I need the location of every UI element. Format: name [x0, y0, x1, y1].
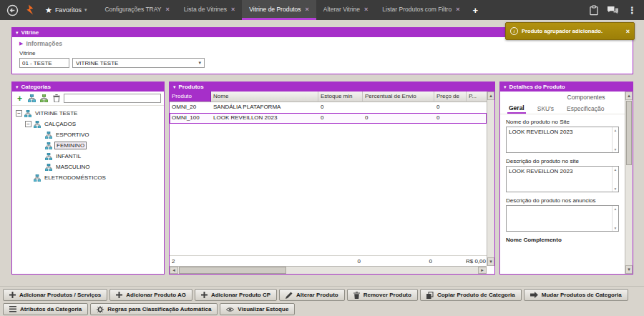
delete-category-icon[interactable]: [52, 94, 61, 103]
scroll-down-icon[interactable]: ▾: [487, 257, 494, 266]
nome-produto-site-textarea[interactable]: LOOK REVEILLON 2023: [507, 127, 618, 152]
tree-item-esportivo[interactable]: ESPORTIVO: [14, 129, 162, 140]
scroll-right-icon[interactable]: ▸: [478, 267, 487, 274]
tab-listar-produtos-com-filtro[interactable]: Listar Produtos com Filtro ×: [375, 0, 467, 20]
pencil-icon: [286, 292, 293, 299]
scroll-left-icon[interactable]: ◂: [170, 267, 178, 274]
tree-item-masculino[interactable]: MASCULINO: [14, 162, 162, 172]
tab-lista-de-vitrines[interactable]: Lista de Vitrines ×: [177, 0, 243, 20]
tab-geral[interactable]: Geral: [507, 104, 526, 114]
move-products-category-button[interactable]: Mudar Produtos de Categoria: [524, 289, 628, 301]
textarea-scrollbar[interactable]: ▴▾: [612, 206, 618, 231]
tab-label: Alterar Vitrine: [323, 6, 360, 13]
tab-configuracoes-tray[interactable]: Configurações TRAY ×: [97, 0, 176, 20]
textarea-scrollbar[interactable]: ▴▾: [612, 167, 618, 192]
products-horizontal-scrollbar[interactable]: ◂ ▸: [170, 266, 487, 274]
button-label: Adicionar Produto AG: [126, 292, 186, 298]
cell-produto: OMNI_100: [170, 113, 211, 124]
edit-product-button[interactable]: Alterar Produto: [279, 289, 345, 301]
collapse-toggle-icon[interactable]: −: [25, 121, 31, 127]
close-icon[interactable]: ×: [305, 6, 308, 13]
scroll-down-icon[interactable]: ▾: [615, 187, 617, 191]
add-category-icon[interactable]: +: [15, 94, 24, 103]
copy-product-category-button[interactable]: Copiar Produto de Categoria: [420, 289, 522, 301]
tab-alterar-vitrine[interactable]: Alterar Vitrine ×: [316, 0, 376, 20]
tree-item-calcados[interactable]: − CALÇADOS: [14, 119, 162, 129]
scroll-up-icon[interactable]: ▴: [615, 207, 617, 211]
scroll-up-icon[interactable]: ▴: [625, 92, 633, 100]
details-panel-header[interactable]: ▾ Detalhes do Produto: [500, 82, 633, 92]
category-tree-icon[interactable]: [27, 94, 36, 103]
remove-product-button[interactable]: Remover Produto: [347, 289, 418, 301]
tab-especificacao[interactable]: Especificação: [565, 104, 605, 113]
column-header-produto[interactable]: Produto: [170, 92, 211, 102]
view-stock-button[interactable]: Visualizar Estoque: [220, 303, 295, 315]
close-icon[interactable]: ×: [456, 6, 459, 13]
kebab-menu-icon[interactable]: ⋮: [628, 5, 637, 16]
table-row-selected[interactable]: OMNI_100 LOOK REVEILLON 2023 0 0 0: [170, 113, 487, 124]
scrollbar-thumb[interactable]: [626, 101, 632, 165]
scroll-down-icon[interactable]: ▾: [615, 226, 617, 230]
scroll-up-icon[interactable]: ▴: [615, 167, 617, 172]
categories-toolbar: +: [12, 92, 164, 106]
close-icon[interactable]: ×: [231, 6, 235, 13]
toast-close-icon[interactable]: ×: [626, 28, 630, 35]
clipboard-icon[interactable]: [590, 5, 598, 16]
details-vertical-scrollbar[interactable]: ▴ ▾: [625, 92, 633, 274]
add-product-ag-button[interactable]: Adicionar Produto AG: [109, 289, 192, 301]
close-icon[interactable]: ×: [165, 6, 169, 13]
vitrine-name-select[interactable]: VITRINE TESTE ▾: [72, 58, 205, 68]
column-header-preco-de[interactable]: Preço de: [434, 92, 467, 102]
scrollbar-track[interactable]: [287, 267, 478, 274]
cell-percentual: 0: [363, 113, 434, 124]
tree-item-infantil[interactable]: INFANTIL: [14, 151, 162, 162]
scroll-up-icon[interactable]: ▴: [615, 128, 617, 132]
add-products-services-button[interactable]: Adicionar Produtos / Serviços: [3, 289, 107, 301]
table-summary-row: 2 0 0 R$ 0,00: [170, 255, 487, 266]
column-header-nome[interactable]: Nome: [211, 92, 318, 102]
tree-item-eletrodomesticos[interactable]: ELETRODOMÉSTICOS: [14, 172, 162, 183]
auto-classification-rules-button[interactable]: Regras para Classificação Automática: [90, 303, 218, 315]
informacoes-section-toggle[interactable]: ▶ Informações: [19, 40, 625, 47]
new-tab-button[interactable]: +: [467, 0, 484, 20]
tree-item-feminino[interactable]: FEMININO: [14, 140, 162, 151]
favorites-menu[interactable]: ★ Favoritos ▾: [41, 6, 91, 15]
tab-componentes[interactable]: Componentes: [566, 93, 607, 102]
vitrine-code-input[interactable]: [19, 58, 69, 68]
descricao-produto-anuncios-textarea[interactable]: [507, 206, 618, 231]
cell-estoque-min: 0: [318, 113, 363, 124]
category-attributes-button[interactable]: Atributos da Categoria: [3, 303, 88, 315]
scroll-up-icon[interactable]: ▴: [487, 92, 494, 100]
column-header-estoque-min[interactable]: Estoque min: [318, 92, 363, 102]
add-product-cp-button[interactable]: Adicionar Produto CP: [195, 289, 277, 301]
descricao-produto-site-textarea[interactable]: LOOK REVEILLON 2023: [507, 167, 618, 192]
close-icon[interactable]: ×: [364, 6, 368, 13]
categories-panel-header[interactable]: ▾ Categorias: [12, 82, 164, 92]
scrollbar-track[interactable]: [625, 166, 633, 265]
scrollbar-thumb[interactable]: [179, 267, 286, 274]
gear-icon: [97, 306, 104, 313]
chat-icon[interactable]: [607, 6, 619, 15]
back-icon[interactable]: [6, 4, 19, 16]
category-icon: [34, 174, 41, 182]
column-header-p[interactable]: P...: [467, 92, 487, 102]
products-vertical-scrollbar[interactable]: ▴ ▾: [487, 92, 494, 266]
tab-skus[interactable]: SKU's: [536, 104, 555, 113]
products-panel-header[interactable]: ▾ Produtos: [170, 82, 494, 92]
category-search-input[interactable]: [64, 94, 161, 103]
field-label: Nome do produto no Site: [506, 119, 619, 125]
tab-vitrine-de-produtos[interactable]: Vitrine de Produtos ×: [242, 0, 316, 20]
tree-item-label: MASCULINO: [54, 164, 92, 170]
scroll-down-icon[interactable]: ▾: [625, 265, 633, 274]
tree-item-vitrine-teste[interactable]: − VITRINE TESTE: [14, 108, 162, 119]
table-row[interactable]: OMNI_20 SANDÁLIA PLATAFORMA 0 0: [170, 102, 487, 113]
collapse-toggle-icon[interactable]: −: [16, 110, 22, 117]
categories-panel: ▾ Categorias + − VIT: [11, 82, 165, 275]
scroll-down-icon[interactable]: ▾: [615, 147, 617, 152]
add-subcategory-icon[interactable]: [39, 94, 49, 103]
field-box: LOOK REVEILLON 2023 ▴▾: [506, 127, 619, 153]
arrow-right-icon: ▶: [19, 41, 23, 46]
textarea-scrollbar[interactable]: ▴▾: [612, 127, 618, 152]
column-header-percentual-envio[interactable]: Percentual de Envio: [363, 92, 434, 102]
details-tab-row: Geral SKU's Especificação: [500, 103, 633, 114]
